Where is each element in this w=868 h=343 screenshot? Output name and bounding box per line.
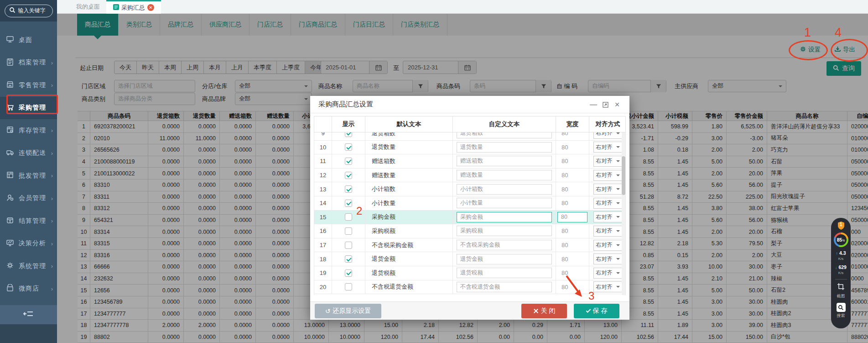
align-select[interactable]: 右对齐 <box>593 240 623 251</box>
close-button[interactable]: 关 闭 <box>521 304 567 318</box>
system-icon <box>6 261 14 271</box>
screenshot-label: 截图 <box>837 293 845 299</box>
row-number: 16 <box>314 224 332 238</box>
dialog-header[interactable]: 采购商品汇总设置 <box>310 96 629 113</box>
display-checkbox[interactable] <box>345 227 352 235</box>
scrollbar-track[interactable] <box>622 132 625 295</box>
maximize-icon[interactable] <box>601 100 609 109</box>
display-checkbox[interactable] <box>345 269 352 277</box>
row-number: 13 <box>314 182 332 196</box>
floating-assistant-widget[interactable]: 1 85% ↑ 4.3 K/s ↓ 629 K/s 截图 搜索 <box>831 218 851 328</box>
sidebar-item-3[interactable]: 零售管理› <box>0 74 57 97</box>
display-checkbox[interactable] <box>345 158 352 165</box>
sidebar-item-2[interactable]: 档案管理› <box>0 52 57 74</box>
chevron-down-icon <box>616 258 620 262</box>
search-input[interactable]: 输入关键字 <box>5 5 53 17</box>
display-checkbox[interactable] <box>345 172 352 179</box>
align-cell: 右对齐 <box>589 252 626 266</box>
custom-text-input[interactable]: 退货金额 <box>457 254 552 264</box>
width-cell: 80 <box>556 182 589 196</box>
display-checkbox[interactable] <box>345 255 352 263</box>
save-button[interactable]: 保 存 <box>574 304 619 318</box>
align-value: 右对齐 <box>596 143 613 151</box>
sidebar-item-7[interactable]: 批发管理› <box>0 164 57 187</box>
custom-text-input[interactable]: 退货数量 <box>457 142 552 153</box>
sidebar-search-area: 输入关键字 <box>0 0 57 21</box>
tabbar: 我的桌面 采购汇总 ✕ <box>57 0 868 14</box>
custom-text-input[interactable]: 小计数量 <box>457 198 552 208</box>
display-checkbox[interactable] <box>345 132 352 137</box>
restore-icon: ↺ <box>325 307 331 315</box>
align-select[interactable]: 右对齐 <box>593 170 623 181</box>
sidebar-item-6[interactable]: 连锁配送› <box>0 142 57 165</box>
align-select[interactable]: 右对齐 <box>593 226 623 237</box>
align-cell: 右对齐 <box>589 182 626 196</box>
custom-text-input[interactable]: 退货税额 <box>457 268 552 278</box>
custom-text-input[interactable]: 采购金额 <box>457 212 552 222</box>
default-text-cell: 不含税采购金额 <box>365 238 453 252</box>
sidebar-item-1[interactable]: 桌面 <box>0 29 57 52</box>
width-cell: 80 <box>556 238 589 252</box>
width-cell: 80 <box>556 154 589 168</box>
row-number: 11 <box>314 154 332 168</box>
chevron-right-icon: › <box>51 263 53 269</box>
close-icon[interactable]: × <box>613 100 621 109</box>
display-checkbox[interactable] <box>345 143 352 151</box>
close-tab-icon[interactable]: ✕ <box>147 4 154 11</box>
align-select[interactable]: 右对齐 <box>593 211 623 222</box>
custom-text-input[interactable]: 退货箱数 <box>457 132 552 138</box>
width-cell: 80 <box>556 211 589 224</box>
align-select[interactable]: 右对齐 <box>593 198 623 209</box>
align-select[interactable]: 右对齐 <box>593 156 623 167</box>
tab-my-desktop[interactable]: 我的桌面 <box>71 0 105 14</box>
chevron-right-icon: › <box>51 195 53 202</box>
align-select[interactable]: 右对齐 <box>593 253 623 264</box>
chevron-right-icon: › <box>51 285 53 292</box>
minimize-icon[interactable]: — <box>589 100 598 109</box>
sidebar-item-10[interactable]: 决策分析› <box>0 232 57 255</box>
sidebar-item-5[interactable]: 库存管理› <box>0 119 57 142</box>
performance-gauge[interactable]: 85% <box>834 232 848 247</box>
sidebar-item-label: 系统管理 <box>19 262 46 270</box>
sidebar-item-8[interactable]: 会员管理› <box>0 187 57 210</box>
custom-text-input[interactable]: 赠送箱数 <box>457 156 552 166</box>
custom-text-input[interactable]: 采购税额 <box>457 226 552 236</box>
custom-text-cell: 不含税退货金额 <box>453 280 556 294</box>
custom-text-input[interactable]: 不含税退货金额 <box>457 282 552 292</box>
row-number: 20 <box>314 280 332 294</box>
restore-display-button[interactable]: ↺还原显示设置 <box>315 304 381 318</box>
custom-text-input[interactable]: 赠送数量 <box>457 170 552 180</box>
sidebar-item-9[interactable]: 结算管理› <box>0 210 57 232</box>
display-checkbox[interactable] <box>345 283 352 290</box>
custom-text-cell: 采购金额 <box>453 211 556 224</box>
display-checkbox[interactable] <box>345 200 352 207</box>
custom-text-cell: 小计数量 <box>453 196 556 210</box>
align-cell: 右对齐 <box>589 196 626 210</box>
sidebar-item-11[interactable]: 系统管理› <box>0 255 57 278</box>
align-value: 右对齐 <box>596 255 613 263</box>
align-select[interactable]: 右对齐 <box>593 268 623 279</box>
display-checkbox[interactable] <box>345 185 352 193</box>
custom-text-input[interactable]: 小计箱数 <box>457 184 552 195</box>
display-checkbox[interactable] <box>345 242 352 249</box>
sidebar-collapse-button[interactable] <box>0 305 57 324</box>
width-input[interactable]: 80 <box>557 212 587 222</box>
chevron-down-icon <box>616 244 620 248</box>
align-select[interactable]: 右对齐 <box>593 142 623 153</box>
tab-purchase-summary[interactable]: 采购汇总 ✕ <box>106 0 161 14</box>
sidebar-item-12[interactable]: 微商店› <box>0 278 57 301</box>
custom-text-input[interactable]: 不含税采购金额 <box>457 240 552 250</box>
row-number: 10 <box>314 141 332 154</box>
row-number: 19 <box>314 266 332 280</box>
align-select[interactable]: 右对齐 <box>593 281 623 292</box>
align-select[interactable]: 右对齐 <box>593 132 623 139</box>
chevron-right-icon: › <box>51 127 53 134</box>
widget-search-button[interactable] <box>837 303 846 312</box>
align-select[interactable]: 右对齐 <box>593 184 623 195</box>
custom-text-cell: 退货数量 <box>453 141 556 154</box>
dialog-column-header-3: 自定义文本 <box>453 116 556 132</box>
scrollbar-thumb[interactable] <box>622 156 625 195</box>
row-number: 14 <box>314 196 332 210</box>
display-checkbox[interactable] <box>345 213 352 221</box>
screenshot-icon[interactable] <box>837 283 845 292</box>
